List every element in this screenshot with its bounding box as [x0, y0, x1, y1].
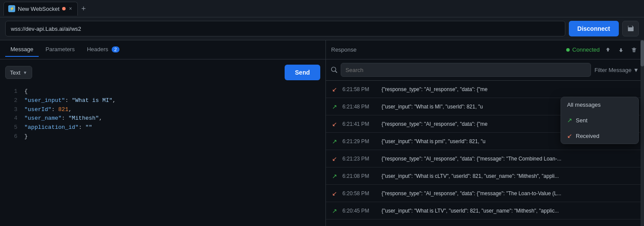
message-time: 6:21:23 PM	[342, 156, 377, 162]
connected-status: Connected	[566, 46, 600, 53]
connected-dot	[566, 48, 570, 52]
code-line-6: 6 }	[9, 132, 317, 141]
message-controls: Text ▼ Send	[5, 65, 320, 80]
received-arrow-icon: ↙	[331, 86, 338, 93]
tab-close-button[interactable]: ×	[68, 6, 73, 12]
filter-label: Filter Message	[594, 67, 631, 73]
upload-icon	[605, 47, 611, 53]
left-panel: Message Parameters Headers 2 Text ▼ Send…	[0, 40, 326, 226]
trash-icon	[631, 47, 637, 53]
tab-title: New WebSocket	[18, 6, 60, 12]
sent-arrow-icon: ↗	[331, 207, 338, 214]
tab-navigation: Message Parameters Headers 2	[0, 40, 325, 59]
response-controls: Connected	[566, 46, 639, 54]
filter-chevron-icon: ▼	[633, 67, 639, 73]
disconnect-button[interactable]: Disconnect	[569, 21, 619, 36]
clear-button[interactable]	[629, 46, 639, 54]
filter-all-label: All messages	[567, 102, 601, 108]
new-tab-button[interactable]: +	[78, 5, 90, 13]
message-time: 6:21:29 PM	[342, 138, 377, 144]
message-content: {"response_type": "AI_response", "data":…	[382, 190, 639, 197]
sent-filter-icon: ↗	[567, 117, 572, 124]
code-line-4: 4 "user_name": "Mithesh",	[9, 114, 317, 123]
message-time: 6:21:58 PM	[342, 86, 377, 92]
filter-dropdown: All messages ↗ Sent ↙ Received	[561, 97, 639, 144]
message-content: {"user_input": "What is cLTV", "userId":…	[382, 173, 639, 179]
message-content: {"response_type": "AI_response", "data":…	[382, 86, 639, 92]
main-area: Message Parameters Headers 2 Text ▼ Send…	[0, 40, 644, 226]
search-input[interactable]	[341, 63, 591, 77]
tab-headers[interactable]: Headers 2	[82, 43, 125, 57]
message-time: 6:21:41 PM	[342, 121, 377, 127]
download-icon	[618, 47, 624, 53]
message-time: 6:21:08 PM	[342, 173, 377, 179]
send-button[interactable]: Send	[285, 65, 320, 80]
filter-all-messages[interactable]: All messages	[561, 97, 638, 112]
websocket-tab[interactable]: ⚡ New WebSocket ×	[3, 2, 78, 16]
received-filter-icon: ↙	[567, 132, 572, 139]
code-line-2: 2 "user_input": "What is MI",	[9, 96, 317, 105]
received-arrow-icon: ↙	[331, 190, 338, 197]
response-label: Response	[331, 46, 357, 53]
sent-arrow-icon: ↗	[331, 173, 338, 180]
scrollbar-thumb[interactable]	[641, 40, 644, 66]
message-content: {"user_input": "What is LTV", "userId": …	[382, 208, 639, 214]
code-line-1: 1 {	[9, 87, 317, 96]
code-line-5: 5 "application_id": ""	[9, 123, 317, 132]
save-icon	[627, 25, 634, 32]
format-label: Text	[10, 69, 20, 76]
message-area: Text ▼ Send 1 { 2 "user_input": "What is…	[0, 59, 325, 226]
save-button[interactable]	[622, 21, 639, 36]
chevron-down-icon: ▼	[23, 70, 27, 75]
message-content: {"response_type": "AI_response", "data":…	[382, 156, 639, 162]
search-icon	[331, 67, 337, 73]
tab-parameters[interactable]: Parameters	[40, 43, 80, 57]
sent-arrow-icon: ↗	[331, 138, 338, 145]
filter-sent[interactable]: ↗ Sent	[561, 112, 638, 128]
scrollbar[interactable]	[641, 40, 644, 226]
connected-label: Connected	[572, 46, 600, 53]
code-editor[interactable]: 1 { 2 "user_input": "What is MI", 3 "use…	[5, 84, 320, 221]
tab-status-dot	[62, 7, 66, 10]
message-row[interactable]: ↙ 6:20:58 PM {"response_type": "AI_respo…	[326, 185, 644, 202]
headers-badge: 2	[112, 46, 120, 52]
message-time: 6:20:58 PM	[342, 190, 377, 197]
message-row[interactable]: ↙ 6:21:58 PM {"response_type": "AI_respo…	[326, 81, 644, 98]
download-button[interactable]	[616, 46, 626, 54]
code-line-3: 3 "userId": 821,	[9, 105, 317, 115]
sent-arrow-icon: ↗	[331, 103, 338, 110]
url-bar: Disconnect	[0, 17, 644, 40]
url-input[interactable]	[5, 21, 565, 36]
filter-sent-label: Sent	[576, 117, 588, 124]
upload-button[interactable]	[603, 46, 613, 54]
filter-received-label: Received	[576, 133, 599, 139]
filter-message-button[interactable]: Filter Message ▼	[594, 67, 639, 73]
message-row[interactable]: ↗ 6:21:08 PM {"user_input": "What is cLT…	[326, 167, 644, 185]
message-time: 6:20:45 PM	[342, 208, 377, 214]
filter-received[interactable]: ↙ Received	[561, 128, 638, 144]
format-selector-button[interactable]: Text ▼	[5, 66, 32, 79]
received-arrow-icon: ↙	[331, 121, 338, 128]
message-time: 6:21:48 PM	[342, 104, 377, 110]
websocket-icon: ⚡	[8, 5, 15, 12]
response-header: Response Connected	[326, 40, 644, 59]
received-arrow-icon: ↙	[331, 155, 338, 162]
right-panel: Response Connected	[326, 40, 644, 226]
message-row[interactable]: ↗ 6:20:45 PM {"user_input": "What is LTV…	[326, 202, 644, 219]
tab-bar: ⚡ New WebSocket × +	[0, 0, 644, 17]
tab-message[interactable]: Message	[5, 43, 39, 57]
search-bar: Filter Message ▼	[326, 59, 644, 81]
message-row[interactable]: ↙ 6:21:23 PM {"response_type": "AI_respo…	[326, 150, 644, 167]
